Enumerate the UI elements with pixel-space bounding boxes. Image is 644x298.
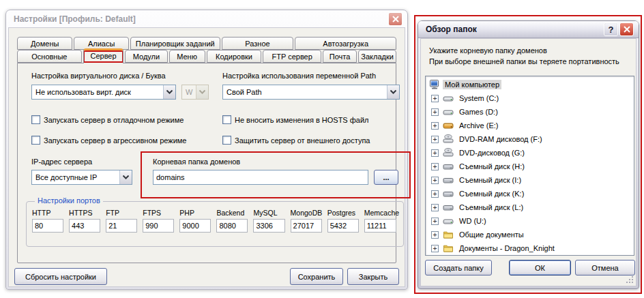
expand-plus-icon[interactable]: + — [431, 245, 439, 252]
tab-misc[interactable]: Разное — [222, 37, 294, 50]
chevron-down-icon[interactable] — [387, 85, 399, 99]
tab-mail[interactable]: Почта — [323, 50, 357, 63]
checkbox-no-hosts-changes[interactable]: Не вносить изменения в HOSTS файл — [222, 115, 369, 124]
tab-main[interactable]: Основные — [17, 50, 82, 63]
checkbox-icon[interactable] — [31, 136, 40, 145]
virtual-disk-label: Настройка виртуального диска / Буква — [31, 72, 166, 80]
removable-drive-icon — [443, 161, 454, 172]
instructions: Укажите корневую папку доменов При выбор… — [429, 45, 619, 67]
tree-item-my-computer[interactable]: Мой компьютер — [426, 78, 634, 91]
cancel-button[interactable]: Отмена — [575, 260, 635, 275]
checkbox-icon[interactable] — [31, 115, 40, 124]
tree-item-removable-k[interactable]: + Съемный диск (K:) — [426, 187, 634, 200]
browse-body: Укажите корневую папку доменов При выбор… — [420, 38, 636, 286]
tree-item-games-d[interactable]: + Games (D:) — [426, 105, 634, 119]
expand-plus-icon[interactable]: + — [431, 95, 439, 102]
browse-folders-dialog: Обзор папок ? Укажите корневую папку дом… — [418, 20, 639, 289]
tab-row-2: Основные Сервер Модули Меню Кодировки FT… — [17, 50, 396, 63]
port-input[interactable] — [291, 219, 322, 233]
tab-menu[interactable]: Меню — [169, 50, 205, 63]
expand-plus-icon[interactable]: + — [431, 149, 439, 157]
ok-button[interactable]: ОК — [509, 260, 571, 275]
tab-bookmarks[interactable]: Закладки — [358, 50, 396, 63]
save-button[interactable]: Сохранить — [290, 268, 343, 285]
chevron-down-icon[interactable] — [163, 85, 175, 99]
tab-modules[interactable]: Модули — [125, 50, 167, 63]
port-input[interactable] — [179, 219, 211, 233]
port-input[interactable] — [143, 219, 174, 233]
expand-plus-icon[interactable]: + — [431, 136, 439, 143]
tree-item-dvdram-f[interactable]: + DVD-RAM дисковод (F:) — [426, 132, 634, 146]
tree-item-system-c[interactable]: + System (C:) — [426, 91, 634, 105]
port-field-backend: Backend — [216, 209, 250, 233]
tab-row-1: Домены Алиасы Планировщик заданий Разное… — [17, 37, 396, 50]
tab-domains[interactable]: Домены — [17, 37, 72, 50]
checkbox-icon[interactable] — [222, 136, 231, 145]
tree-item-removable-l[interactable]: + Съемный диск (L:) — [426, 200, 634, 214]
settings-window: Настройки [Профиль: Default] Домены Алиа… — [5, 10, 408, 290]
create-folder-button[interactable]: Создать папку — [425, 260, 492, 275]
root-folder-input[interactable] — [153, 170, 368, 185]
instruction-line-2: При выборе внешней папки вы теряете порт… — [429, 56, 619, 67]
port-input[interactable] — [253, 219, 284, 233]
tree-item-dvd-g[interactable]: + DVD-дисковод (G:) — [426, 146, 634, 160]
tree-item-wd-u[interactable]: + WD (U:) — [426, 214, 634, 228]
ip-address-label: IP-адрес сервера — [31, 158, 92, 166]
path-setting-label: Настройка использования переменной Path — [222, 72, 376, 80]
close-button[interactable] — [388, 12, 402, 26]
expand-plus-icon[interactable]: + — [431, 108, 439, 116]
checkbox-aggressive-mode[interactable]: Запускать сервер в агрессивном режиме — [31, 136, 186, 145]
tab-autostart[interactable]: Автозагрузка — [295, 37, 396, 50]
tab-server[interactable]: Сервер — [83, 48, 124, 63]
folder-tree[interactable]: Мой компьютер + System (C:) + Games (D:)… — [425, 76, 634, 256]
checkbox-label: Не вносить изменения в HOSTS файл — [235, 116, 369, 124]
port-input[interactable] — [327, 219, 359, 233]
chevron-down-icon[interactable] — [119, 170, 132, 184]
path-combobox[interactable]: Свой Path — [222, 85, 400, 100]
port-label: FTP — [106, 209, 140, 217]
expand-plus-icon[interactable]: + — [431, 218, 439, 225]
tab-encodings[interactable]: Кодировки — [207, 50, 262, 63]
expand-plus-icon[interactable]: + — [431, 204, 439, 211]
dvd-drive-icon — [443, 147, 454, 158]
resize-grip[interactable] — [626, 275, 634, 284]
port-input[interactable] — [32, 219, 63, 233]
ip-address-combobox[interactable]: Все доступные IP — [31, 170, 132, 185]
reset-settings-button[interactable]: Сбросить настройки — [14, 268, 107, 285]
expand-plus-icon[interactable]: + — [431, 190, 439, 198]
close-button[interactable] — [619, 23, 634, 36]
tree-item-removable-h[interactable]: + Съемный диск (H:) — [426, 160, 634, 173]
tree-item-user-documents[interactable]: + Документы - Dragon_Knight — [426, 241, 634, 255]
browse-titlebar[interactable]: Обзор папок ? — [418, 21, 639, 38]
tree-item-removable-i[interactable]: + Съемный диск (I:) — [426, 173, 634, 187]
expand-plus-icon[interactable]: + — [431, 163, 439, 170]
tree-item-label: Съемный диск (I:) — [457, 175, 523, 185]
hard-drive-icon — [443, 93, 454, 104]
tree-item-label: Games (D:) — [457, 107, 500, 117]
port-input[interactable] — [106, 219, 137, 233]
port-label: MongoDB — [291, 209, 325, 217]
settings-titlebar[interactable]: Настройки [Профиль: Default] — [8, 10, 405, 27]
drive-letter-combobox: W — [181, 85, 209, 100]
desktop: Настройки [Профиль: Default] Домены Алиа… — [0, 0, 644, 298]
removable-drive-icon — [443, 175, 454, 185]
close-settings-button[interactable]: Закрыть — [347, 268, 399, 285]
port-input[interactable] — [364, 219, 396, 233]
checkbox-debug-mode[interactable]: Запускать сервер в отладочном режиме — [31, 115, 184, 124]
browse-folder-button[interactable]: ... — [374, 170, 398, 185]
tree-item-archive-e[interactable]: + Archive (E:) — [426, 119, 634, 132]
expand-plus-icon[interactable]: + — [431, 177, 439, 184]
port-input[interactable] — [216, 219, 248, 233]
help-button[interactable]: ? — [604, 23, 618, 36]
tab-ftp-server[interactable]: FTP сервер — [263, 50, 321, 63]
path-value: Свой Path — [226, 88, 262, 96]
tree-item-shared-documents[interactable]: + Общие документы — [426, 228, 634, 241]
expand-plus-icon[interactable]: + — [431, 231, 439, 239]
checkbox-protect-server[interactable]: Защитить сервер от внешнего доступа — [222, 136, 370, 145]
virtual-disk-combobox[interactable]: Не использовать вирт. диск — [31, 85, 176, 100]
expand-plus-icon[interactable]: + — [431, 122, 439, 130]
tab-scheduler[interactable]: Планировщик заданий — [130, 37, 220, 50]
port-input[interactable] — [69, 219, 100, 233]
hard-drive-icon — [443, 106, 454, 117]
checkbox-icon[interactable] — [222, 115, 231, 124]
